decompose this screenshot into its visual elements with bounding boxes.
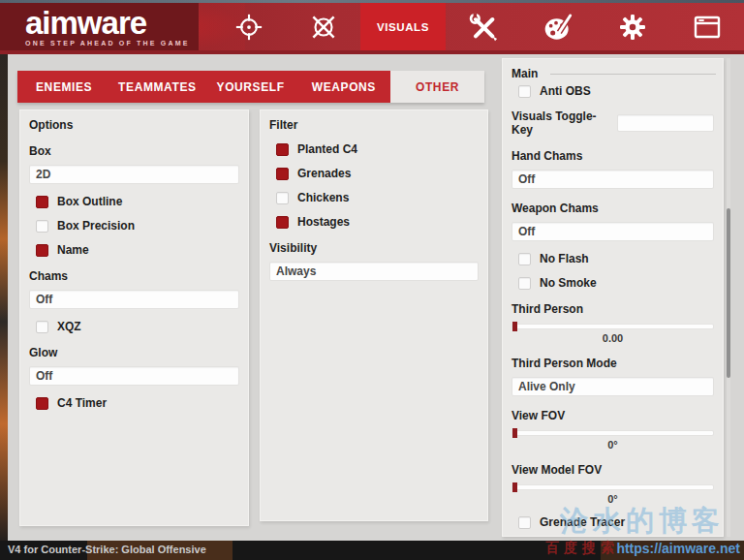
checkbox-c4-timer-label: C4 Timer [57,396,107,410]
target-crosshair-icon [234,13,264,42]
weapon-chams-dropdown[interactable]: Off [512,222,714,241]
logo-tagline: ONE STEP AHEAD OF THE GAME [25,40,199,47]
toggle-key-label: Visuals Toggle-Key [512,109,617,137]
checkbox-anti-obs[interactable]: Anti OBS [518,84,714,98]
chams-dropdown[interactable]: Off [29,290,239,309]
tab-yourself[interactable]: YOURSELF [204,71,297,103]
main-panel-scrollbar-thumb[interactable] [727,208,730,378]
slider-handle[interactable] [512,482,517,492]
view-model-fov-section-label: View Model FOV [512,463,714,477]
checkbox-xqz[interactable]: XQZ [36,320,239,333]
third-person-slider[interactable] [512,324,714,329]
checkbox-icon [36,321,48,333]
filter-panel-title: Filter [269,118,479,132]
checkbox-no-smoke[interactable]: No Smoke [518,276,714,290]
checkbox-c4-timer[interactable]: C4 Timer [36,396,239,410]
options-panel: Options Box 2D Box Outline Box Precision… [19,109,249,526]
main-nav: VISUALS [211,3,744,50]
nav-tab-visuals[interactable]: VISUALS [360,3,446,50]
checkbox-anti-obs-label: Anti OBS [540,84,591,98]
toggle-key-row: Visuals Toggle-Key [512,109,714,137]
checkbox-box-outline[interactable]: Box Outline [36,195,239,208]
hand-chams-section-label: Hand Chams [512,149,714,163]
hand-chams-value: Off [518,172,535,186]
box-style-value: 2D [36,168,50,181]
weapon-chams-section-label: Weapon Chams [512,202,714,215]
nav-tab-visuals-label: VISUALS [377,21,429,33]
box-section-label: Box [29,144,239,158]
tab-other[interactable]: OTHER [390,71,484,103]
checkbox-icon [518,516,531,529]
nav-tab-settings[interactable] [595,3,669,50]
checkbox-grenade-tracer-label: Grenade Tracer [540,515,625,529]
nav-tab-skins[interactable] [520,3,595,50]
glow-section-label: Glow [29,346,239,359]
visibility-value: Always [276,264,316,278]
tab-teammates[interactable]: TEAMMATES [110,71,203,103]
checkbox-icon [518,277,531,290]
glow-value: Off [36,369,52,383]
main-panel-scrollbar-track[interactable] [727,58,730,537]
checkbox-xqz-label: XQZ [57,320,81,333]
box-style-dropdown[interactable]: 2D [29,165,239,184]
logo: aimware ONE STEP AHEAD OF THE GAME [0,3,199,50]
slider-handle[interactable] [512,428,517,438]
visibility-dropdown[interactable]: Always [269,262,479,281]
options-panel-title: Options [29,118,239,132]
tab-enemies[interactable]: ENEMIES [17,71,110,103]
checkbox-icon [518,85,531,98]
view-model-fov-slider[interactable] [512,484,714,490]
third-person-section-label: Third Person [512,302,714,316]
glow-dropdown[interactable]: Off [29,366,239,386]
main-panel: Main Anti OBS Visuals Toggle-Key Hand Ch… [502,58,724,537]
view-fov-value: 0° [512,439,714,451]
nav-tab-rage[interactable] [286,3,360,50]
palette-icon [542,12,574,43]
hand-chams-dropdown[interactable]: Off [512,170,714,189]
weapon-chams-value: Off [518,225,535,238]
checkbox-box-precision[interactable]: Box Precision [36,219,239,233]
slider-handle[interactable] [512,322,517,331]
checkbox-icon [276,168,289,180]
topbar: aimware ONE STEP AHEAD OF THE GAME [0,3,744,54]
checkbox-chickens[interactable]: Chickens [276,191,479,204]
toggle-key-input[interactable] [617,114,714,132]
third-person-mode-dropdown[interactable]: Alive Only [512,377,714,396]
window-icon [692,12,723,43]
watermark-link: https://aimware.net [616,541,740,556]
logo-text: aimware [25,7,199,39]
nav-tab-lua[interactable] [669,3,744,50]
chams-value: Off [36,293,52,306]
nav-tab-legit[interactable] [211,3,286,50]
tab-enemies-label: ENEMIES [36,80,92,94]
checkbox-no-flash[interactable]: No Flash [518,252,714,265]
visuals-subtabs: ENEMIES TEAMMATES YOURSELF WEAPONS OTHER [17,71,484,103]
checkbox-box-outline-label: Box Outline [57,195,122,208]
tab-weapons-label: WEAPONS [312,80,376,94]
checkbox-grenades-label: Grenades [297,167,351,180]
checkbox-grenade-tracer[interactable]: Grenade Tracer [518,515,714,529]
tab-other-label: OTHER [416,80,459,94]
checkbox-grenades[interactable]: Grenades [276,167,479,180]
tab-weapons[interactable]: WEAPONS [297,71,390,103]
view-fov-slider[interactable] [512,430,714,436]
game-background-left [0,54,8,541]
checkbox-hostages[interactable]: Hostages [276,215,479,229]
tools-icon [468,12,499,43]
checkbox-name-label: Name [57,243,89,257]
checkbox-name[interactable]: Name [36,243,239,257]
checkbox-planted-c4[interactable]: Planted C4 [276,142,479,156]
checkbox-icon [36,397,48,410]
gear-icon [618,13,647,42]
groupbox-line [550,74,716,75]
checkbox-box-precision-label: Box Precision [57,219,135,233]
rage-crosshair-icon [309,13,338,42]
checkbox-hostages-label: Hostages [297,215,350,229]
tab-teammates-label: TEAMMATES [118,80,197,94]
checkbox-icon [36,244,48,257]
nav-tab-misc[interactable] [446,3,520,50]
checkbox-icon [276,192,289,204]
third-person-value: 0.00 [512,332,714,344]
checkbox-planted-c4-label: Planted C4 [297,142,357,156]
version-text: V4 for Counter-Strike: Global Offensive [8,544,206,555]
